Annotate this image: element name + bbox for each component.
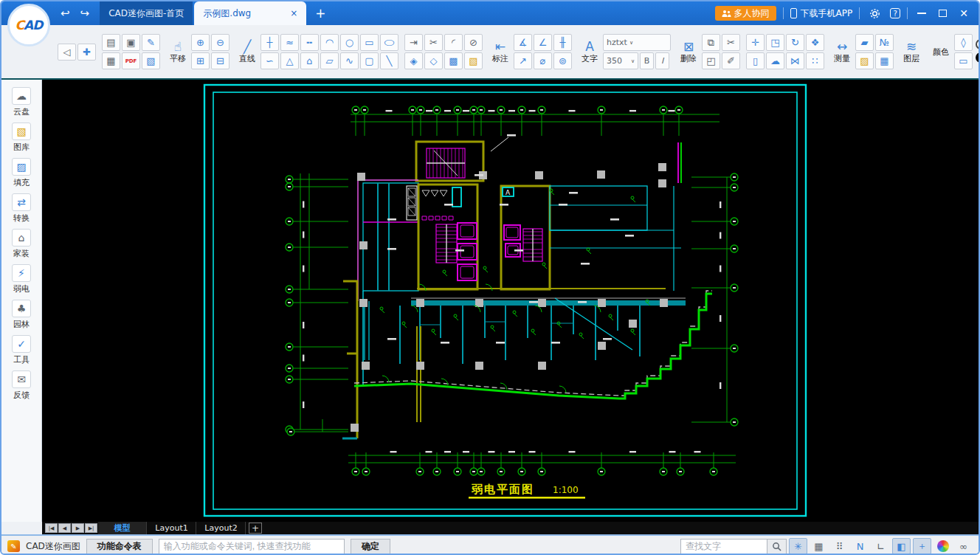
transparency-toggle[interactable]: ∞ [954,538,973,554]
polyline-icon[interactable]: ≈ [280,34,299,51]
zoom-in-icon[interactable]: ⊕ [191,34,210,51]
pdf-export-icon[interactable]: PDF [122,52,140,69]
download-app-button[interactable]: 下载手机APP [790,7,853,20]
revision-cloud-icon[interactable]: ☁ [766,52,784,69]
offset-icon[interactable]: ▯ [746,52,765,69]
insert-image-icon[interactable]: ▧ [464,52,483,69]
sidebar-item-weak-current[interactable]: ⚡弱电 [1,264,41,294]
aligned-dim-icon[interactable]: ∡ [514,34,532,51]
select-similar-icon[interactable]: ▭ [954,52,973,69]
scale-icon[interactable]: ◳ [766,34,784,51]
copy-icon[interactable]: ⧉ [702,34,720,51]
find-text-input[interactable] [680,539,767,554]
polygon-circumscribe-icon[interactable]: ◇ [424,52,443,69]
zoom-window-icon[interactable]: ⊞ [191,52,210,69]
new-tab-button[interactable]: + [315,6,325,21]
count-icon[interactable]: № [875,34,894,51]
dot-grid-toggle[interactable]: ⠿ [830,538,849,554]
italic-button[interactable]: I [655,52,669,69]
parallelogram-icon[interactable]: ▱ [320,52,339,69]
maximize-button[interactable] [936,7,950,20]
diameter-dim-icon[interactable]: ⌀ [534,52,552,69]
settings-button[interactable] [866,5,883,22]
point-icon[interactable]: ┼ [260,34,279,51]
layout-tab-Layout1[interactable]: Layout1 [148,522,196,534]
sidebar-item-hatch[interactable]: ▨填充 [1,158,41,188]
sidebar-item-cloud[interactable]: ☁云盘 [1,87,41,117]
tangent-icon[interactable]: ⊘ [464,34,483,51]
ellipse-icon[interactable]: ◯ [380,34,398,51]
toolbar-label-measure[interactable]: ↔测量 [830,40,854,63]
match-properties-icon[interactable]: ✐ [722,52,740,69]
rectangle-icon[interactable]: ▭ [360,34,379,51]
zoom-previous-icon[interactable]: ⊟ [211,52,230,69]
rotate-icon[interactable]: ↻ [786,34,804,51]
go-start-icon[interactable]: ◁ [58,44,76,61]
dynamic-ucs-toggle[interactable]: ◧ [892,538,911,554]
sidebar-item-gallery[interactable]: ▧图库 [1,123,41,153]
forward-icon[interactable]: ↪ [80,7,90,20]
bold-button[interactable]: B [640,52,654,69]
help-button[interactable]: ? [890,8,900,18]
layout-tab-模型[interactable]: 模型 [98,522,147,534]
new-file-icon[interactable]: ✚ [77,44,96,61]
snap-spacing-toggle[interactable]: N [851,538,869,554]
rounded-rect-icon[interactable]: ▢ [360,52,379,69]
layout-nav-3[interactable]: ▶| [85,523,97,533]
region-select-icon[interactable]: ▩ [444,52,463,69]
object-snap-toggle[interactable]: ✳ [789,538,807,554]
toolbar-label-dimension[interactable]: ⇤标注 [489,40,512,63]
circle-icon[interactable]: ○ [340,34,359,51]
image-recognize-icon[interactable]: ▨ [855,52,874,69]
ok-button[interactable]: 确定 [351,539,390,554]
color-wheel-toggle[interactable] [934,538,952,554]
find-text-button[interactable] [767,539,787,554]
toolbar-label-clipboard[interactable]: ⊠删除 [677,40,700,63]
spline-icon[interactable]: ∿ [340,52,359,69]
cut-icon[interactable]: ✂ [722,34,740,51]
toolbar-label-text[interactable]: A文字 [578,40,601,63]
back-icon[interactable]: ↩ [61,7,70,20]
tab-home[interactable]: CAD迷你画图-首页 [100,1,193,25]
transparency-icon[interactable]: ◊ [954,34,973,51]
toolbar-label-pan[interactable]: ☝平移 [166,40,190,63]
layout-tab-Layout2[interactable]: Layout2 [197,522,246,534]
polygon-icon[interactable]: ⌂ [300,52,319,69]
fillet-icon[interactable]: ◜ [444,34,463,51]
collaboration-button[interactable]: 多人协同 [715,6,776,21]
sidebar-item-tools[interactable]: ✓工具 [1,335,41,365]
triangle-icon[interactable]: △ [280,52,299,69]
drawing-canvas[interactable]: A [42,80,980,522]
arc-icon[interactable]: ◠ [320,34,339,51]
polygon-inscribe-icon[interactable]: ◈ [404,52,423,69]
save-icon[interactable]: ▣ [122,34,140,51]
sidebar-item-feedback[interactable]: ✉反馈 [1,370,41,401]
tolerance-dim-icon[interactable]: ⊚ [553,52,572,69]
ortho-toggle[interactable]: ∟ [872,538,890,554]
tab-document[interactable]: 示例图.dwg × [194,1,306,25]
open-file-icon[interactable]: ▤ [102,34,120,51]
ray-icon[interactable]: ╲ [380,52,398,69]
palette-color-000000[interactable] [976,52,979,63]
toolbar-label-properties[interactable]: 颜色 [929,47,953,57]
palette-color-ffffff[interactable] [976,39,979,49]
move-icon[interactable]: ✛ [746,34,765,51]
crosshair-toggle[interactable]: ＋ [913,538,931,554]
mirror-icon[interactable]: ⋈ [786,52,804,69]
construction-line-icon[interactable]: ╍ [300,34,319,51]
sidebar-item-convert[interactable]: ⇄转换 [1,193,41,224]
sidebar-item-garden[interactable]: ♣园林 [1,300,41,330]
multi-copy-icon[interactable]: ❖ [806,34,824,51]
sketch-icon[interactable]: ∽ [260,52,279,69]
layout-add-button[interactable]: + [249,523,262,534]
table-icon[interactable]: ▦ [875,52,894,69]
extend-icon[interactable]: ⇥ [404,34,423,51]
tab-close-icon[interactable]: × [290,8,297,18]
area-measure-icon[interactable]: ▰ [855,34,874,51]
angular-dim-icon[interactable]: ∠ [534,34,552,51]
command-search-input[interactable] [159,539,345,554]
layout-nav-0[interactable]: |◀ [45,523,58,533]
toolbar-label-layer[interactable]: ≋图层 [900,40,923,63]
array-icon[interactable]: ∷ [806,52,824,69]
toolbar-label-draw[interactable]: ╱直线 [235,40,259,63]
